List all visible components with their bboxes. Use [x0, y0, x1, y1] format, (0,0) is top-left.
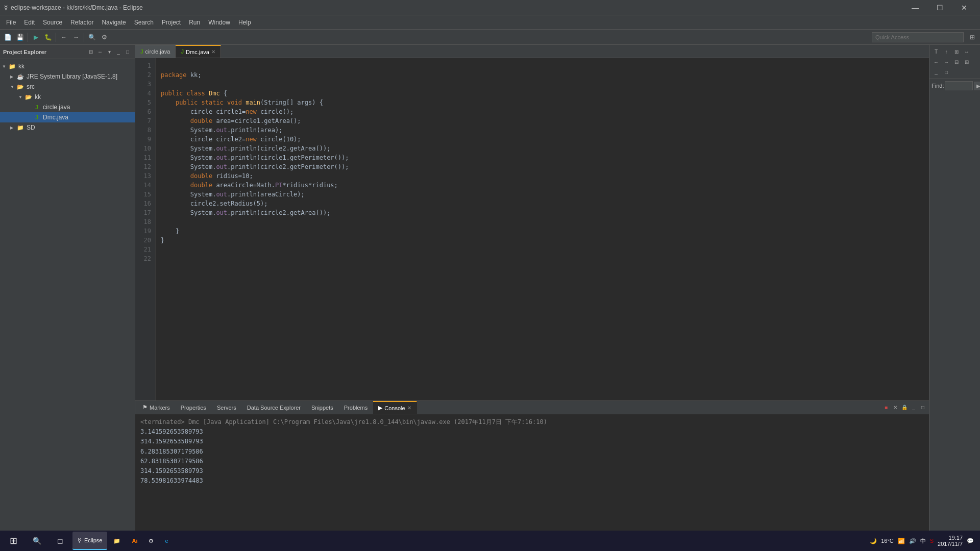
- tab-dmc-close[interactable]: ✕: [211, 49, 215, 55]
- code-editor[interactable]: 123456 789101112 131415161718 19202122 p…: [135, 58, 929, 400]
- menu-window[interactable]: Window: [204, 17, 234, 28]
- menu-run[interactable]: Run: [185, 17, 204, 28]
- right-btn-8[interactable]: ⊞: [962, 57, 971, 66]
- left-panel: Project Explorer ⊟ ↔ ▾ _ □ ▼ 📁 kk ▶ ☕ JR…: [0, 45, 135, 533]
- menu-navigate[interactable]: Navigate: [97, 17, 130, 28]
- right-btn-3[interactable]: ⊞: [952, 47, 961, 56]
- minimize-bottom-button[interactable]: _: [910, 404, 918, 412]
- project-explorer-title: Project Explorer: [3, 49, 46, 55]
- tree-item-kk-pkg[interactable]: ▼ 📂 kk: [0, 92, 135, 102]
- taskbar: ⊞ 🔍 ◻ ☿ Eclipse 📁 Ai ⚙ e 🌙 16°C 📶 🔊 中 S …: [0, 531, 980, 551]
- tab-servers-label: Servers: [217, 405, 236, 411]
- run-button[interactable]: ▶: [30, 32, 41, 43]
- minimize-button[interactable]: —: [903, 0, 927, 15]
- forward-button[interactable]: →: [70, 32, 82, 43]
- debug-button[interactable]: 🐛: [42, 32, 54, 43]
- right-btn-2[interactable]: ↑: [942, 47, 951, 56]
- menu-source[interactable]: Source: [39, 17, 66, 28]
- right-btn-4[interactable]: ↔: [962, 47, 971, 56]
- task-view-button[interactable]: ◻: [49, 532, 71, 550]
- illustrator-taskbar-icon: Ai: [132, 538, 137, 544]
- tree-item-circle-java[interactable]: ▶ J circle.java: [0, 102, 135, 112]
- close-button[interactable]: ✕: [952, 0, 976, 15]
- maximize-panel-button[interactable]: □: [124, 48, 132, 56]
- right-btn-7[interactable]: ⊟: [952, 57, 961, 66]
- menu-project[interactable]: Project: [158, 17, 185, 28]
- maximize-bottom-button[interactable]: □: [919, 404, 927, 412]
- taskbar-time: 19:17: [938, 535, 963, 541]
- collapse-all-button[interactable]: ⊟: [87, 48, 95, 56]
- tab-circle-java[interactable]: J circle.java: [135, 45, 176, 58]
- tree-item-sd[interactable]: ▶ 📁 SD: [0, 122, 135, 133]
- tab-circle-label: circle.java: [145, 48, 170, 55]
- taskbar-ime: 中: [920, 537, 926, 545]
- tab-console-close[interactable]: ✕: [407, 405, 411, 411]
- find-next-button[interactable]: ▶: [974, 82, 980, 90]
- tab-datasource[interactable]: Data Source Explorer: [242, 401, 306, 414]
- link-with-editor-button[interactable]: ↔: [96, 48, 104, 56]
- start-button[interactable]: ⊞: [2, 532, 24, 550]
- tree-item-dmc-java[interactable]: ▶ J Dmc.java: [0, 112, 135, 122]
- tree-item-jre[interactable]: ▶ ☕ JRE System Library [JavaSE-1.8]: [0, 71, 135, 82]
- taskbar-notifications-button[interactable]: 💬: [967, 538, 974, 544]
- editor-area: J circle.java J Dmc.java ✕ 123456 789101…: [135, 45, 929, 400]
- tab-problems[interactable]: Problems: [339, 401, 373, 414]
- editor-tabs: J circle.java J Dmc.java ✕: [135, 45, 929, 58]
- find-input[interactable]: [945, 81, 973, 90]
- right-btn-6[interactable]: →: [942, 57, 951, 66]
- search-button[interactable]: 🔍: [86, 32, 97, 43]
- tree-arrow-sd: ▶: [10, 126, 16, 130]
- tree-label-kk-root: kk: [18, 63, 24, 70]
- search-taskbar-button[interactable]: 🔍: [26, 532, 48, 550]
- bottom-tabs: ⚑ Markers Properties Servers Data Source…: [135, 401, 929, 414]
- panel-actions: ⊟ ↔ ▾ _ □: [87, 48, 132, 56]
- tab-markers[interactable]: ⚑ Markers: [137, 401, 176, 414]
- console-terminated-line: <terminated> Dmc [Java Application] C:\P…: [140, 417, 924, 427]
- maximize-button[interactable]: ☐: [928, 0, 951, 15]
- dmc-tab-icon: J: [181, 49, 184, 55]
- ie-taskbar-app[interactable]: e: [160, 532, 173, 550]
- menu-help[interactable]: Help: [234, 17, 255, 28]
- right-maximize[interactable]: □: [942, 67, 951, 77]
- panel-menu-button[interactable]: ▾: [105, 48, 113, 56]
- project-tree: ▼ 📁 kk ▶ ☕ JRE System Library [JavaSE-1.…: [0, 59, 135, 533]
- new-button[interactable]: 📄: [2, 32, 13, 43]
- code-content[interactable]: package kk; public class Dmc { public st…: [156, 58, 929, 400]
- bottom-panel: ⚑ Markers Properties Servers Data Source…: [135, 400, 929, 533]
- eclipse-taskbar-app[interactable]: ☿ Eclipse: [72, 532, 107, 550]
- right-minimize[interactable]: _: [932, 67, 941, 77]
- tab-properties[interactable]: Properties: [176, 401, 212, 414]
- tree-item-kk-root[interactable]: ▼ 📁 kk: [0, 61, 135, 71]
- menu-refactor[interactable]: Refactor: [66, 17, 97, 28]
- tab-snippets[interactable]: Snippets: [306, 401, 339, 414]
- right-btn-1[interactable]: T: [932, 47, 941, 56]
- menu-edit[interactable]: Edit: [20, 17, 39, 28]
- scroll-lock-button[interactable]: 🔒: [900, 404, 909, 412]
- tab-console[interactable]: ▶ Console ✕: [373, 401, 416, 414]
- back-button[interactable]: ←: [58, 32, 69, 43]
- circle-tab-icon: J: [140, 49, 143, 55]
- quick-access-input[interactable]: [872, 32, 964, 42]
- settings-taskbar-app[interactable]: ⚙: [143, 532, 159, 550]
- ie-taskbar-icon: e: [165, 538, 168, 544]
- right-btn-5[interactable]: ←: [932, 57, 941, 66]
- perspective-button[interactable]: ⊞: [967, 32, 978, 43]
- tab-servers[interactable]: Servers: [212, 401, 242, 414]
- menu-search[interactable]: Search: [130, 17, 158, 28]
- find-bar: Find: ▶ All: [929, 79, 980, 92]
- clear-button[interactable]: ✕: [891, 404, 899, 412]
- tree-label-jre: JRE System Library [JavaSE-1.8]: [27, 73, 117, 80]
- console-icon: ▶: [378, 405, 382, 411]
- illustrator-taskbar-app[interactable]: Ai: [127, 532, 142, 550]
- quick-access[interactable]: [872, 32, 964, 42]
- bottom-panel-actions: ■ ✕ 🔒 _ □: [882, 404, 929, 412]
- console-output-6: 78.53981633974483: [140, 476, 924, 486]
- save-button[interactable]: 💾: [14, 32, 26, 43]
- minimize-panel-button[interactable]: _: [114, 48, 122, 56]
- tab-dmc-java[interactable]: J Dmc.java ✕: [176, 45, 220, 58]
- menu-file[interactable]: File: [2, 17, 20, 28]
- settings-button[interactable]: ⚙: [99, 32, 110, 43]
- explorer-taskbar-app[interactable]: 📁: [108, 532, 126, 550]
- tree-item-src[interactable]: ▼ 📂 src: [0, 82, 135, 92]
- stop-button[interactable]: ■: [882, 404, 890, 412]
